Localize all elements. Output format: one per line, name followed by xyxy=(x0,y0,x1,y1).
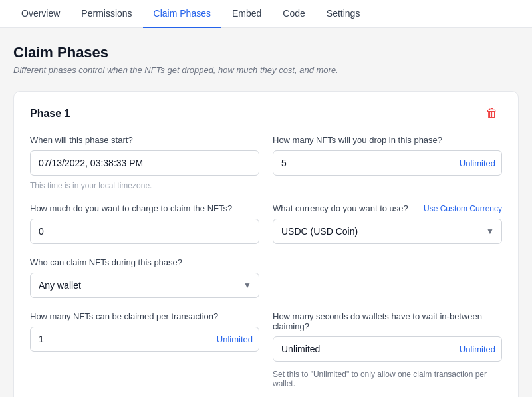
who-can-claim-group: Who can claim NFTs during this phase? An… xyxy=(30,257,259,298)
per-tx-unlimited-link[interactable]: Unlimited xyxy=(217,334,253,344)
wait-time-label: How many seconds do wallets have to wait… xyxy=(273,311,502,331)
wait-time-unlimited-link[interactable]: Unlimited xyxy=(460,344,495,354)
who-can-claim-label: Who can claim NFTs during this phase? xyxy=(30,257,259,267)
start-date-hint: This time is in your local timezone. xyxy=(30,181,259,190)
tab-permissions[interactable]: Permissions xyxy=(70,0,142,28)
page-content: Claim Phases Different phases control wh… xyxy=(0,28,532,397)
tab-claim-phases[interactable]: Claim Phases xyxy=(143,0,221,28)
wait-time-input-wrapper: Unlimited xyxy=(273,336,502,362)
nft-count-input-wrapper: Unlimited xyxy=(273,150,502,176)
who-can-claim-select-wrapper: Any wallet Specific wallets ▼ xyxy=(30,273,259,298)
tab-embed[interactable]: Embed xyxy=(221,0,272,28)
trash-icon: 🗑 xyxy=(486,106,498,120)
charge-input[interactable] xyxy=(30,219,259,244)
per-tx-label: How many NFTs can be claimed per transac… xyxy=(30,311,259,321)
page-subtitle: Different phases control when the NFTs g… xyxy=(13,65,519,75)
who-can-claim-select[interactable]: Any wallet Specific wallets xyxy=(30,273,259,298)
form-row-3: Who can claim NFTs during this phase? An… xyxy=(30,257,266,298)
per-tx-group: How many NFTs can be claimed per transac… xyxy=(30,311,259,388)
currency-select[interactable]: USDC (USD Coin) ETH MATIC DAI xyxy=(273,219,502,244)
nft-count-unlimited-link[interactable]: Unlimited xyxy=(460,158,495,168)
currency-label: What currency do you want to use? xyxy=(273,203,408,213)
page-title: Claim Phases xyxy=(13,44,519,61)
nft-count-label: How many NFTs will you drop in this phas… xyxy=(273,135,502,145)
per-tx-input-wrapper: Unlimited xyxy=(30,327,259,352)
tab-code[interactable]: Code xyxy=(272,0,315,28)
form-row-4: How many NFTs can be claimed per transac… xyxy=(30,311,502,388)
delete-phase-button[interactable]: 🗑 xyxy=(482,105,502,122)
wait-time-group: How many seconds do wallets have to wait… xyxy=(273,311,502,388)
phase-header: Phase 1 🗑 xyxy=(30,105,502,122)
start-date-input[interactable] xyxy=(30,150,259,176)
currency-group: What currency do you want to use? Use Cu… xyxy=(273,203,502,244)
wait-time-hint: Set this to "Unlimited" to only allow on… xyxy=(273,370,502,388)
start-date-group: When will this phase start? This time is… xyxy=(30,135,259,190)
tab-settings[interactable]: Settings xyxy=(316,0,371,28)
use-custom-currency-link[interactable]: Use Custom Currency xyxy=(424,204,502,213)
charge-label: How much do you want to charge to claim … xyxy=(30,203,259,213)
currency-select-wrapper: USDC (USD Coin) ETH MATIC DAI ▼ xyxy=(273,219,502,244)
phase-title: Phase 1 xyxy=(30,108,70,120)
start-date-label: When will this phase start? xyxy=(30,135,259,145)
form-row-1: When will this phase start? This time is… xyxy=(30,135,502,190)
form-row-2: How much do you want to charge to claim … xyxy=(30,203,502,244)
phase-card: Phase 1 🗑 When will this phase start? Th… xyxy=(13,91,519,397)
currency-label-row: What currency do you want to use? Use Cu… xyxy=(273,203,502,213)
charge-group: How much do you want to charge to claim … xyxy=(30,203,259,244)
nft-count-group: How many NFTs will you drop in this phas… xyxy=(273,135,502,190)
tab-bar: Overview Permissions Claim Phases Embed … xyxy=(0,0,532,28)
tab-overview[interactable]: Overview xyxy=(11,0,70,28)
